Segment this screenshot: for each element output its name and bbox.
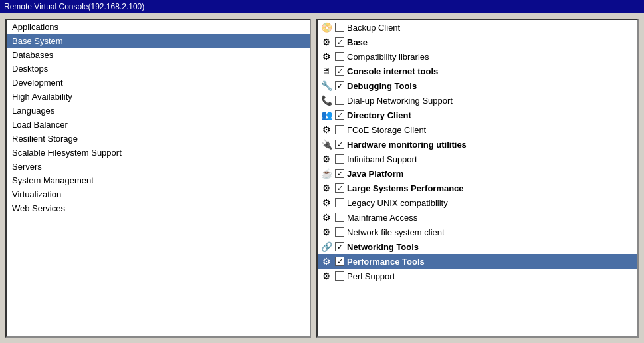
item-label-networking-tools: Networking Tools xyxy=(347,242,419,252)
item-label-infiniband: Infiniband Support xyxy=(347,154,417,164)
item-icon-base: ⚙ xyxy=(320,36,332,48)
item-icon-hardware-monitoring: 🔌 xyxy=(320,138,332,150)
item-icon-debugging-tools: 🔧 xyxy=(320,80,332,92)
item-icon-network-filesystem: ⚙ xyxy=(320,226,332,238)
item-label-legacy-unix: Legacy UNIX compatibility xyxy=(347,198,448,208)
right-item-hardware-monitoring[interactable]: 🔌Hardware monitoring utilities xyxy=(318,137,637,152)
item-icon-legacy-unix: ⚙ xyxy=(320,197,332,209)
checkbox-infiniband[interactable] xyxy=(335,154,344,164)
item-label-hardware-monitoring: Hardware monitoring utilities xyxy=(347,140,467,150)
checkbox-hardware-monitoring[interactable] xyxy=(335,140,344,149)
right-item-java-platform[interactable]: ☕Java Platform xyxy=(318,166,637,181)
checkbox-legacy-unix[interactable] xyxy=(335,198,344,207)
item-label-performance-tools: Performance Tools xyxy=(347,257,425,267)
main-container: ApplicationsBase SystemDatabasesDesktops… xyxy=(0,13,644,343)
checkbox-backup-client[interactable] xyxy=(335,23,344,32)
right-item-network-filesystem[interactable]: ⚙Network file system client xyxy=(318,225,637,239)
checkbox-base[interactable] xyxy=(335,37,344,47)
sidebar-item-load-balancer[interactable]: Load Balancer xyxy=(7,118,310,132)
checkbox-fcoe-storage[interactable] xyxy=(335,125,344,134)
checkbox-java-platform[interactable] xyxy=(335,169,344,178)
right-item-backup-client[interactable]: 📀Backup Client xyxy=(318,20,637,35)
checkbox-console-internet-tools[interactable] xyxy=(335,66,344,76)
checkbox-performance-tools[interactable] xyxy=(335,257,344,266)
sidebar-item-databases[interactable]: Databases xyxy=(7,48,310,62)
item-icon-mainframe-access: ⚙ xyxy=(320,211,332,223)
checkbox-compatibility-libraries[interactable] xyxy=(335,52,344,61)
right-item-mainframe-access[interactable]: ⚙Mainframe Access xyxy=(318,210,637,225)
item-icon-networking-tools: 🔗 xyxy=(320,241,332,253)
item-icon-backup-client: 📀 xyxy=(320,21,332,33)
checkbox-large-systems[interactable] xyxy=(335,183,344,193)
item-icon-fcoe-storage: ⚙ xyxy=(320,124,332,136)
right-item-base[interactable]: ⚙Base xyxy=(318,35,637,49)
item-label-fcoe-storage: FCoE Storage Client xyxy=(347,125,426,135)
item-label-dialup-networking: Dial-up Networking Support xyxy=(347,96,453,106)
item-label-java-platform: Java Platform xyxy=(347,169,403,179)
item-icon-large-systems: ⚙ xyxy=(320,182,332,194)
sidebar-item-resilient-storage[interactable]: Resilient Storage xyxy=(7,132,310,146)
item-icon-perl-support: ⚙ xyxy=(320,270,332,282)
sidebar-item-virtualization[interactable]: Virtualization xyxy=(7,187,310,201)
right-item-console-internet-tools[interactable]: 🖥Console internet tools xyxy=(318,64,637,78)
item-label-network-filesystem: Network file system client xyxy=(347,227,445,237)
item-icon-java-platform: ☕ xyxy=(320,168,332,179)
item-icon-dialup-networking: 📞 xyxy=(320,94,332,106)
item-label-backup-client: Backup Client xyxy=(347,23,400,33)
right-item-compatibility-libraries[interactable]: ⚙Compatibility libraries xyxy=(318,49,637,64)
sidebar-item-languages[interactable]: Languages xyxy=(7,104,310,118)
right-item-debugging-tools[interactable]: 🔧Debugging Tools xyxy=(318,78,637,93)
sidebar-item-system-management[interactable]: System Management xyxy=(7,173,310,187)
checkbox-directory-client[interactable] xyxy=(335,110,344,120)
sidebar-item-web-services[interactable]: Web Services xyxy=(7,201,310,215)
left-panel: ApplicationsBase SystemDatabasesDesktops… xyxy=(5,19,311,338)
item-icon-directory-client: 👥 xyxy=(320,109,332,121)
item-icon-performance-tools: ⚙ xyxy=(320,255,332,267)
right-item-dialup-networking[interactable]: 📞Dial-up Networking Support xyxy=(318,93,637,108)
checkbox-mainframe-access[interactable] xyxy=(335,213,344,222)
right-item-large-systems[interactable]: ⚙Large Systems Performance xyxy=(318,181,637,195)
right-item-networking-tools[interactable]: 🔗Networking Tools xyxy=(318,239,637,254)
item-label-base: Base xyxy=(347,37,368,47)
sidebar-item-high-availability[interactable]: High Availability xyxy=(7,90,310,104)
checkbox-debugging-tools[interactable] xyxy=(335,81,344,90)
checkbox-network-filesystem[interactable] xyxy=(335,227,344,237)
sidebar-item-servers[interactable]: Servers xyxy=(7,160,310,173)
sidebar-item-development[interactable]: Development xyxy=(7,76,310,90)
item-icon-compatibility-libraries: ⚙ xyxy=(320,51,332,62)
right-item-performance-tools[interactable]: ⚙Performance Tools xyxy=(318,254,637,269)
item-label-large-systems: Large Systems Performance xyxy=(347,183,464,193)
item-icon-console-internet-tools: 🖥 xyxy=(320,65,332,77)
sidebar-item-desktops[interactable]: Desktops xyxy=(7,62,310,76)
item-label-console-internet-tools: Console internet tools xyxy=(347,66,438,76)
item-label-debugging-tools: Debugging Tools xyxy=(347,81,417,91)
title-text: Remote Virtual Console(192.168.2.100) xyxy=(4,2,144,11)
item-icon-infiniband: ⚙ xyxy=(320,153,332,165)
title-bar: Remote Virtual Console(192.168.2.100) xyxy=(0,0,644,13)
item-label-directory-client: Directory Client xyxy=(347,110,411,120)
right-item-infiniband[interactable]: ⚙Infiniband Support xyxy=(318,152,637,166)
item-label-perl-support: Perl Support xyxy=(347,271,395,281)
right-item-fcoe-storage[interactable]: ⚙FCoE Storage Client xyxy=(318,122,637,137)
item-label-compatibility-libraries: Compatibility libraries xyxy=(347,52,429,62)
sidebar-item-base-system[interactable]: Base System xyxy=(7,34,310,48)
checkbox-perl-support[interactable] xyxy=(335,271,344,281)
right-panel: 📀Backup Client⚙Base⚙Compatibility librar… xyxy=(316,19,639,338)
checkbox-dialup-networking[interactable] xyxy=(335,96,344,105)
right-item-perl-support[interactable]: ⚙Perl Support xyxy=(318,269,637,283)
item-label-mainframe-access: Mainframe Access xyxy=(347,213,417,223)
sidebar-item-scalable-filesystem[interactable]: Scalable Filesystem Support xyxy=(7,146,310,160)
right-item-legacy-unix[interactable]: ⚙Legacy UNIX compatibility xyxy=(318,195,637,210)
checkbox-networking-tools[interactable] xyxy=(335,242,344,251)
right-item-directory-client[interactable]: 👥Directory Client xyxy=(318,108,637,122)
sidebar-item-applications[interactable]: Applications xyxy=(7,20,310,34)
